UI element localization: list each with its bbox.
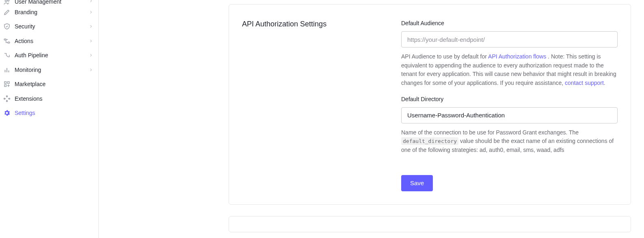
sidebar-item-auth-pipeline[interactable]: Auth Pipeline [0, 48, 98, 63]
default-audience-input[interactable] [401, 31, 618, 48]
users-icon [3, 0, 11, 5]
svg-rect-6 [4, 85, 6, 87]
chevron-right-icon [89, 67, 93, 72]
sidebar-item-security[interactable]: Security [0, 19, 98, 34]
chevron-right-icon [89, 53, 93, 58]
chevron-right-icon [89, 10, 93, 15]
card-title: API Authorization Settings [242, 20, 385, 28]
api-authorization-settings-card: API Authorization Settings Default Audie… [229, 4, 631, 205]
svg-rect-4 [4, 82, 6, 84]
sidebar-item-actions[interactable]: Actions [0, 34, 98, 48]
default-directory-help: Name of the connection to be use for Pas… [401, 128, 618, 155]
default-directory-input[interactable] [401, 107, 618, 123]
default-audience-field: Default Audience API Audience to use by … [401, 20, 618, 88]
sidebar-item-label: Monitoring [15, 67, 89, 73]
sidebar-item-label: Security [15, 23, 89, 30]
chevron-right-icon [89, 24, 93, 29]
sidebar-item-label: Actions [15, 38, 89, 44]
brush-icon [3, 9, 11, 16]
api-authorization-flows-link[interactable]: API Authorization flows [488, 53, 546, 60]
shield-icon [3, 23, 11, 30]
contact-support-link[interactable]: contact support [565, 80, 604, 86]
svg-rect-3 [8, 42, 10, 43]
default-audience-label: Default Audience [401, 20, 618, 26]
svg-point-0 [5, 0, 7, 2]
default-directory-field: Default Directory Name of the connection… [401, 96, 618, 155]
sidebar-item-marketplace[interactable]: Marketplace [0, 77, 98, 92]
pipeline-icon [3, 52, 11, 59]
sidebar: User Management Branding Security [0, 0, 99, 238]
main-content: API Authorization Settings Default Audie… [99, 0, 644, 238]
sidebar-item-user-management[interactable]: User Management [0, 0, 98, 5]
sidebar-item-label: User Management [15, 0, 89, 5]
bars-icon [3, 66, 11, 74]
default-audience-help: API Audience to use by default for API A… [401, 52, 618, 88]
sidebar-item-extensions[interactable]: Extensions [0, 91, 98, 106]
gear-icon [3, 109, 11, 117]
sidebar-item-label: Extensions [15, 95, 93, 102]
puzzle-icon [3, 95, 11, 102]
svg-point-1 [8, 0, 9, 1]
save-button[interactable]: Save [401, 175, 433, 191]
default-directory-code: default_directory [401, 137, 458, 145]
svg-rect-5 [8, 82, 10, 84]
sidebar-item-label: Auth Pipeline [15, 52, 89, 58]
next-card [229, 216, 631, 232]
chevron-right-icon [89, 0, 93, 3]
default-directory-label: Default Directory [401, 96, 618, 102]
grid-icon [3, 80, 11, 88]
sidebar-item-monitoring[interactable]: Monitoring [0, 63, 98, 77]
sidebar-item-label: Settings [15, 110, 93, 116]
sidebar-item-settings[interactable]: Settings [0, 106, 98, 121]
sidebar-item-branding[interactable]: Branding [0, 5, 98, 19]
sidebar-item-label: Branding [15, 9, 89, 15]
flow-icon [3, 37, 11, 45]
chevron-right-icon [89, 39, 93, 43]
sidebar-item-label: Marketplace [15, 81, 93, 87]
